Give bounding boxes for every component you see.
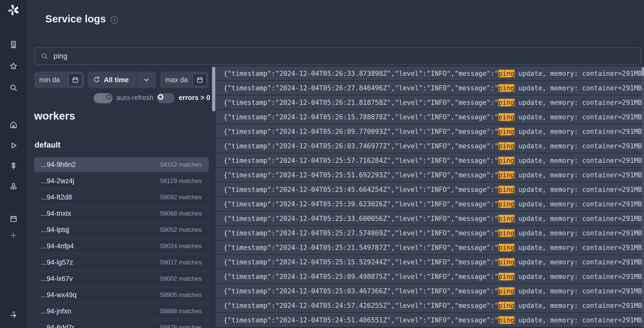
worker-match-count: 58878 matches	[160, 324, 202, 328]
search-nav-icon[interactable]	[9, 84, 18, 92]
log-line[interactable]: {"timestamp":"2024-12-04T05:26:03.746977…	[216, 139, 644, 153]
worker-match-count: 59002 matches	[160, 275, 202, 282]
chevron-down-icon	[143, 77, 150, 83]
plus-icon[interactable]	[9, 231, 18, 239]
worker-group-heading: default	[35, 140, 61, 150]
log-text: update, memory: container=291MB	[514, 287, 642, 295]
home-icon[interactable]	[9, 121, 18, 129]
page-title: Service logs	[45, 13, 106, 25]
search-match-highlight: ping	[498, 186, 514, 193]
log-line[interactable]: {"timestamp":"2024-12-04T05:26:33.873898…	[216, 67, 644, 80]
log-line[interactable]: {"timestamp":"2024-12-04T05:26:27.846496…	[216, 81, 644, 95]
search-match-highlight: ping	[498, 142, 514, 150]
max-date-field[interactable]: max da	[160, 72, 208, 88]
log-text: update, memory: container=291MB	[514, 157, 642, 164]
dollar-icon[interactable]	[9, 162, 18, 170]
log-line[interactable]: {"timestamp":"2024-12-04T05:25:57.716284…	[216, 154, 644, 167]
max-date-calendar-button[interactable]	[192, 73, 207, 87]
worker-match-count: 59024 matches	[160, 243, 202, 250]
worker-id: ...94-ft2d8	[41, 193, 72, 201]
time-range-label: All time	[104, 76, 129, 84]
worker-id: ...94-lx67v	[41, 275, 73, 283]
log-text: {"timestamp":"2024-12-04T05:25:57.716284…	[223, 157, 498, 164]
max-date-text: max da	[165, 76, 188, 84]
calendar-icon[interactable]	[9, 215, 18, 223]
worker-row[interactable]: ...94-lptqj 59052 matches	[34, 222, 209, 237]
log-right-scrollbar-thumb[interactable]	[642, 67, 644, 76]
worker-match-count: 59152 matches	[160, 161, 202, 168]
log-line[interactable]: {"timestamp":"2024-12-04T05:25:33.600056…	[216, 212, 644, 225]
worker-row[interactable]: ...94-wx49q 58905 matches	[34, 288, 209, 302]
log-line[interactable]: {"timestamp":"2024-12-04T05:25:51.692293…	[216, 168, 644, 182]
log-text: update, memory: container=291MB	[514, 128, 642, 135]
search-match-highlight: ping	[498, 287, 514, 295]
toggle-knob	[158, 94, 163, 100]
errors-toggle[interactable]	[157, 93, 175, 103]
search-match-highlight: ping	[498, 128, 514, 135]
worker-row[interactable]: ...94-lx67v 59002 matches	[34, 271, 209, 286]
page-title-row: Service logs i	[45, 13, 118, 25]
info-icon[interactable]: i	[110, 16, 118, 24]
log-line[interactable]: {"timestamp":"2024-12-04T05:25:15.529244…	[216, 255, 644, 269]
arrow-right-icon[interactable]	[9, 311, 18, 320]
cubes-icon[interactable]	[9, 182, 18, 191]
time-range-dropdown-button[interactable]	[136, 77, 156, 83]
min-date-calendar-button[interactable]	[68, 73, 83, 87]
workers-heading: workers	[34, 110, 75, 122]
time-range-refresh-button[interactable]: All time	[88, 76, 136, 84]
log-line[interactable]: {"timestamp":"2024-12-04T05:26:09.770093…	[216, 125, 644, 138]
search-match-highlight: ping	[498, 258, 514, 266]
worker-row[interactable]: ...94-6dd7r 58878 matches	[34, 320, 209, 328]
min-date-field[interactable]: min da	[34, 72, 84, 88]
worker-row[interactable]: ...94-9h6n2 59152 matches	[34, 157, 209, 172]
worker-id: ...94-4nfp4	[41, 242, 74, 250]
log-right-scrollbar-track[interactable]	[642, 67, 644, 328]
search-icon	[41, 52, 48, 60]
app-logo-pinwheel-icon[interactable]	[7, 4, 20, 17]
log-panel: {"timestamp":"2024-12-04T05:26:33.873898…	[212, 67, 644, 328]
log-text: {"timestamp":"2024-12-04T05:26:15.788878…	[223, 113, 498, 121]
search-match-highlight: ping	[498, 84, 514, 92]
log-text: update, memory: container=291MB	[514, 215, 642, 222]
worker-row[interactable]: ...94-jnfxn 58888 matches	[34, 304, 209, 319]
play-icon[interactable]	[9, 141, 18, 150]
log-line[interactable]: {"timestamp":"2024-12-04T05:25:39.623026…	[216, 197, 644, 211]
log-line[interactable]: {"timestamp":"2024-12-04T05:24:51.406551…	[216, 313, 644, 327]
log-text: update, memory: container=291MB	[514, 302, 642, 309]
log-text: update, memory: container=291MB	[514, 258, 642, 266]
log-line[interactable]: {"timestamp":"2024-12-04T05:25:27.574869…	[216, 226, 644, 240]
log-line[interactable]: {"timestamp":"2024-12-04T05:25:09.498875…	[216, 270, 644, 283]
sidebar-divider	[0, 26, 27, 27]
search-match-highlight: ping	[498, 273, 514, 280]
worker-match-count: 58905 matches	[160, 291, 202, 298]
log-text: {"timestamp":"2024-12-04T05:25:15.529244…	[223, 258, 498, 266]
search-box[interactable]	[34, 47, 641, 65]
log-line[interactable]: {"timestamp":"2024-12-04T05:25:03.467366…	[216, 284, 644, 298]
worker-row[interactable]: ...94-ft2d8 59092 matches	[34, 190, 209, 205]
worker-row[interactable]: ...94-2wz4j 59129 matches	[34, 174, 209, 188]
star-icon[interactable]	[9, 62, 18, 70]
log-line[interactable]: {"timestamp":"2024-12-04T05:26:21.818758…	[216, 96, 644, 109]
log-left-scrollbar-thumb[interactable]	[212, 67, 215, 111]
worker-row[interactable]: ...94-lg57z 59017 matches	[34, 255, 209, 270]
worker-id: ...94-lptqj	[41, 226, 69, 234]
worker-match-count: 59068 matches	[160, 210, 202, 217]
log-text: {"timestamp":"2024-12-04T05:26:09.770093…	[223, 128, 498, 135]
search-match-highlight: ping	[498, 113, 514, 121]
log-text: {"timestamp":"2024-12-04T05:26:21.818758…	[223, 99, 498, 106]
log-line[interactable]: {"timestamp":"2024-12-04T05:24:57.426255…	[216, 299, 644, 312]
log-line[interactable]: {"timestamp":"2024-12-04T05:25:45.664254…	[216, 183, 644, 196]
search-input[interactable]	[53, 52, 634, 60]
worker-list: ...94-9h6n2 59152 matches ...94-2wz4j 59…	[34, 157, 209, 328]
worker-match-count: 58888 matches	[160, 308, 202, 315]
log-line[interactable]: {"timestamp":"2024-12-04T05:26:15.788878…	[216, 110, 644, 124]
log-rows: {"timestamp":"2024-12-04T05:26:33.873898…	[216, 67, 644, 327]
organization-icon[interactable]	[9, 40, 18, 49]
log-line[interactable]: {"timestamp":"2024-12-04T05:25:21.549787…	[216, 241, 644, 254]
worker-row[interactable]: ...94-4nfp4 59024 matches	[34, 239, 209, 253]
worker-row[interactable]: ...94-tnxtx 59068 matches	[34, 206, 209, 221]
log-text: update, memory: container=291MB	[514, 70, 642, 77]
auto-refresh-toggle[interactable]	[94, 93, 113, 103]
log-text: update, memory: container=291MB	[514, 229, 642, 237]
log-text: update, memory: container=291MB	[514, 316, 642, 324]
